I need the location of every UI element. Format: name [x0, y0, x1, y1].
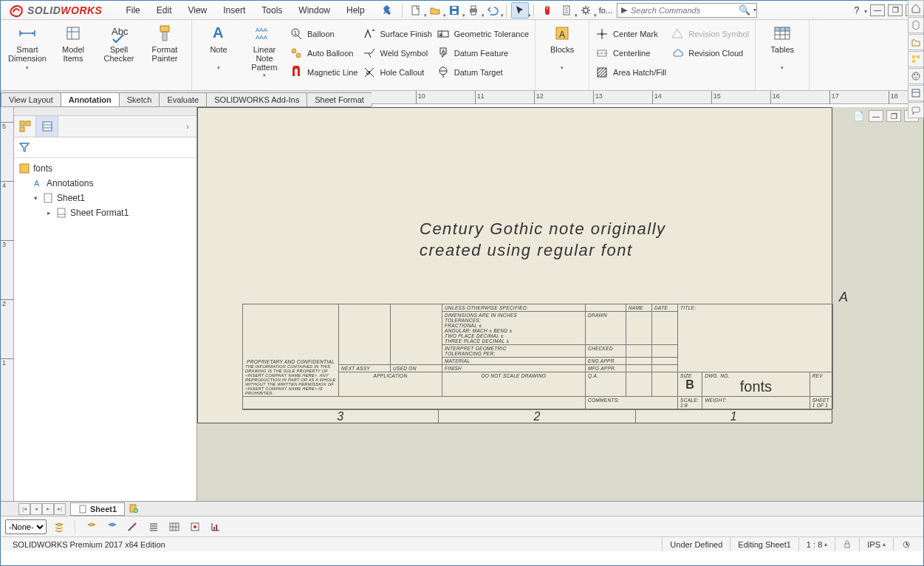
menu-edit[interactable]: Edit [149, 3, 179, 18]
revision-cloud-button[interactable]: Revision Cloud [671, 45, 749, 61]
sidetab-appearance-icon[interactable] [908, 68, 924, 84]
horizontal-ruler: 10 11 12 13 14 15 16 17 18 [372, 91, 923, 104]
help-button[interactable]: ? ▾ [854, 4, 867, 16]
tab-addins[interactable]: SOLIDWORKS Add-Ins [206, 92, 307, 106]
layer-select[interactable]: -None- [5, 519, 47, 534]
minimize-button[interactable]: — [870, 4, 885, 16]
pin-icon[interactable] [380, 2, 397, 18]
menu-window[interactable]: Window [291, 3, 338, 18]
svg-rect-41 [20, 164, 29, 173]
area-hatch-button[interactable]: Area Hatch/Fill [595, 64, 666, 81]
layer-props-icon[interactable] [51, 519, 67, 535]
mouse-icon[interactable] [538, 2, 556, 18]
sidetab-property-icon[interactable] [908, 85, 924, 101]
tree-root[interactable]: fonts [18, 161, 192, 176]
svg-rect-56 [912, 107, 920, 112]
sheet-nav-first[interactable]: |◂ [18, 503, 30, 515]
tab-view-layout[interactable]: View Layout [1, 92, 61, 106]
tree-tab-property[interactable] [36, 116, 58, 137]
datum-target-button[interactable]: Datum Target [437, 64, 529, 81]
svg-rect-65 [845, 544, 849, 548]
save-button[interactable] [445, 2, 463, 18]
tree-tab-feature[interactable] [14, 116, 36, 137]
tree-annotations[interactable]: AAnnotations [18, 176, 192, 191]
sidetab-library-icon[interactable] [908, 17, 924, 33]
tab-sketch[interactable]: Sketch [119, 92, 160, 106]
select-button[interactable] [511, 2, 529, 18]
status-lock-icon[interactable] [835, 537, 859, 551]
weld-symbol-button[interactable]: Weld Symbol [363, 45, 432, 61]
line-color-icon[interactable] [83, 519, 100, 535]
drawing-note[interactable]: Century Gothic note originally created u… [420, 219, 666, 261]
model-items-button[interactable]: Model Items [52, 23, 94, 71]
tree-sheet1[interactable]: ▾Sheet1 [18, 191, 192, 205]
sheet-nav-prev[interactable]: ◂ [30, 503, 42, 515]
new-button[interactable] [407, 2, 425, 18]
linear-note-pattern-button[interactable]: AAAAAALinear Note Pattern▾ [244, 23, 285, 83]
line-thickness-icon[interactable] [104, 519, 120, 535]
magnetic-line-button[interactable]: Magnetic Line [290, 64, 358, 81]
search-run-icon: ▶ [617, 5, 631, 15]
document-name: fo... [599, 6, 612, 15]
tab-evaluate[interactable]: Evaluate [159, 92, 207, 106]
tab-annotation[interactable]: Annotation [61, 92, 120, 106]
geometric-tolerance-button[interactable]: ⊕Geometric Tolerance [437, 26, 529, 42]
svg-rect-50 [912, 60, 915, 63]
sheet-tab-1[interactable]: Sheet1 [70, 502, 125, 516]
sheet-nav-last[interactable]: ▸| [54, 503, 66, 515]
print-button[interactable] [465, 2, 482, 18]
menu-insert[interactable]: Insert [216, 3, 253, 18]
search-commands[interactable]: ▶ 🔍▾ [617, 3, 757, 18]
svg-point-53 [917, 74, 918, 75]
tree-expand-icon[interactable]: › [179, 116, 196, 137]
auto-balloon-button[interactable]: Auto Balloon [290, 45, 358, 61]
centerline-button[interactable]: Centerline [595, 45, 666, 61]
mdi-minimize-button[interactable]: — [869, 110, 883, 122]
balloon-button[interactable]: 1Balloon [290, 26, 358, 42]
surface-finish-button[interactable]: Surface Finish [363, 26, 432, 42]
dimension-icon[interactable] [187, 519, 203, 535]
chart-icon[interactable] [208, 519, 224, 535]
note-button[interactable]: ANote▾ [198, 23, 239, 83]
add-sheet-button[interactable] [125, 503, 143, 515]
spell-checker-button[interactable]: AbcSpell Checker [98, 23, 140, 71]
sidetab-palette-icon[interactable] [908, 51, 924, 67]
format-painter-button[interactable]: Format Painter [144, 23, 185, 71]
svg-rect-43 [44, 194, 52, 202]
menu-file[interactable]: File [118, 3, 147, 18]
svg-rect-40 [43, 122, 52, 131]
menu-tools[interactable]: Tools [254, 3, 290, 18]
line-style-icon[interactable] [125, 519, 141, 535]
mdi-restore-button[interactable]: ❐ [886, 110, 901, 122]
smart-dimension-button[interactable]: Smart Dimension▾ [7, 23, 48, 71]
tab-sheet-format[interactable]: Sheet Format [307, 92, 372, 106]
search-icon[interactable]: 🔍 [738, 4, 751, 16]
menu-help[interactable]: Help [339, 3, 372, 18]
undo-button[interactable] [484, 2, 502, 18]
hole-callout-button[interactable]: ØHole Callout [363, 64, 432, 81]
sidetab-home-icon[interactable] [908, 0, 924, 16]
sidetab-forum-icon[interactable] [908, 102, 924, 118]
options-button[interactable] [577, 2, 595, 18]
sheet-nav-next[interactable]: ▸ [42, 503, 54, 515]
svg-rect-63 [213, 527, 215, 531]
sidetab-explorer-icon[interactable] [908, 34, 924, 50]
menu-view[interactable]: View [180, 3, 214, 18]
blocks-button[interactable]: ABlocks▾ [541, 23, 583, 71]
search-input[interactable] [631, 6, 738, 15]
status-rebuild-icon[interactable] [893, 537, 919, 551]
open-button[interactable] [426, 2, 444, 18]
tree-sheet-format[interactable]: ▸Sheet Format1 [18, 205, 192, 220]
drawing-canvas[interactable]: 🔍 🔲 🔎 👁 📄 — ❐ ✕ Century Gothic note orig… [197, 107, 923, 501]
grid-icon[interactable] [166, 519, 182, 535]
rebuild-button[interactable] [558, 2, 575, 18]
status-units[interactable]: IPS▴ [859, 537, 893, 551]
filter-icon[interactable] [17, 140, 32, 154]
status-zoom[interactable]: 1 : 8▴ [798, 537, 835, 551]
paragraph-icon[interactable] [146, 519, 162, 535]
mdi-text-icon[interactable]: 📄 [851, 110, 866, 122]
datum-feature-button[interactable]: ADatum Feature [437, 45, 529, 61]
tables-button[interactable]: Tables▾ [762, 23, 803, 71]
restore-button[interactable]: ❐ [888, 4, 903, 16]
center-mark-button[interactable]: Center Mark [595, 26, 666, 42]
